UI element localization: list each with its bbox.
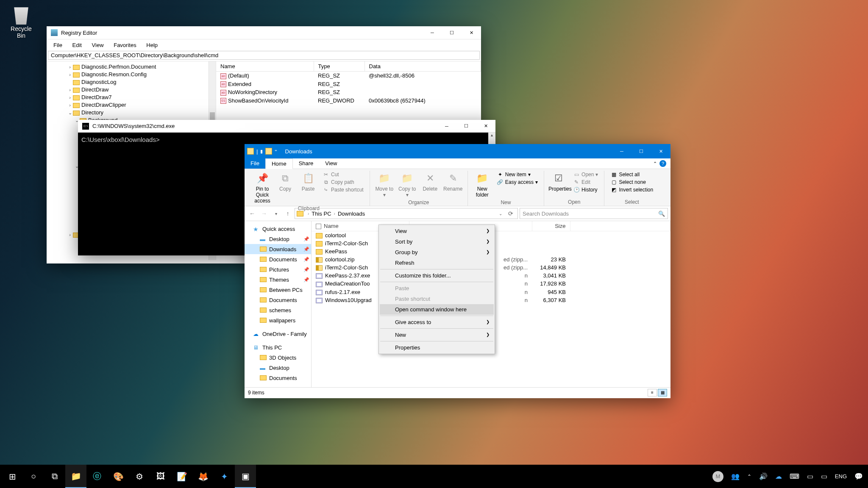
open-button[interactable]: ▭Open ▾ (570, 171, 601, 178)
qat-dropdown-icon[interactable]: ⁼ (275, 149, 277, 154)
app-taskbar-icon[interactable]: ✦ (214, 465, 235, 488)
minimize-button[interactable]: ─ (437, 120, 456, 133)
user-avatar[interactable]: M (709, 465, 727, 488)
rename-button[interactable]: ✎Rename (442, 171, 464, 193)
easyaccess-button[interactable]: 🔗Easy access ▾ (494, 178, 540, 186)
menu-item[interactable]: View❯ (380, 226, 494, 236)
maximize-button[interactable]: ☐ (632, 144, 651, 158)
select-all-checkbox[interactable] (316, 224, 321, 229)
menu-item[interactable]: Sort by❯ (380, 236, 494, 247)
cmd-taskbar-icon[interactable]: ▣ (235, 465, 256, 488)
firefox-taskbar-icon[interactable]: 🦊 (192, 465, 214, 488)
qat-toggle-icon[interactable]: ▮ (260, 149, 263, 154)
paste-button[interactable]: 📋Paste (297, 171, 319, 193)
recycle-bin[interactable]: Recycle Bin (6, 4, 36, 39)
menu-item[interactable]: Properties (380, 342, 494, 353)
view-icons-button[interactable]: ▦ (658, 389, 667, 396)
minimize-button[interactable]: ─ (423, 26, 442, 39)
moveto-button[interactable]: 📁Move to ▾ (373, 171, 395, 199)
ribbon-collapse-icon[interactable]: ⌃ (653, 161, 657, 166)
onedrive-tray-icon[interactable]: ☁ (772, 465, 785, 488)
tab-share[interactable]: Share (293, 158, 320, 169)
back-button[interactable]: ← (247, 208, 257, 219)
edit-button[interactable]: ✎Edit (570, 178, 601, 186)
close-button[interactable]: ✕ (476, 120, 495, 133)
copyto-button[interactable]: 📁Copy to ▾ (396, 171, 418, 199)
col-type[interactable]: Type (314, 61, 364, 72)
col-name[interactable]: Name (216, 61, 314, 72)
breadcrumb-dropdown-icon[interactable]: ⌄ (495, 208, 506, 219)
explorer-taskbar-icon[interactable]: 📁 (65, 465, 86, 488)
menu-item[interactable]: Customize this folder... (380, 270, 494, 281)
tab-home[interactable]: Home (265, 158, 293, 169)
nav-documents[interactable]: Documents📌 (245, 254, 311, 264)
paint-taskbar-icon[interactable]: 🎨 (108, 465, 129, 488)
menu-view[interactable]: View (88, 41, 108, 50)
explorer-titlebar[interactable]: | ▮ ⁼ Downloads ─ ☐ ✕ (245, 144, 670, 158)
taskview-button[interactable]: ⧉ (44, 465, 65, 488)
nav-desktop2[interactable]: ▬Desktop (245, 363, 311, 373)
menu-item[interactable]: Refresh (380, 258, 494, 268)
up-button[interactable]: ↑ (283, 208, 293, 219)
nav-quick-access[interactable]: ★Quick access (245, 224, 311, 234)
close-button[interactable]: ✕ (462, 26, 481, 39)
nav-desktop[interactable]: ▬Desktop📌 (245, 234, 311, 244)
tab-file[interactable]: File (245, 158, 265, 169)
pasteshortcut-button[interactable]: ⤷Paste shortcut (320, 186, 366, 194)
tray-expand-icon[interactable]: ⌃ (744, 465, 755, 488)
newitem-button[interactable]: ✦New item ▾ (494, 171, 540, 178)
value-row[interactable]: abExtendedREG_SZ (216, 80, 481, 89)
menu-file[interactable]: File (49, 41, 67, 50)
language-indicator[interactable]: ENG (832, 465, 850, 488)
history-button[interactable]: 🕑History (570, 186, 601, 194)
copypath-button[interactable]: ⧉Copy path (320, 178, 366, 186)
tree-item[interactable]: ›Diagnostic.Perfmon.Document (47, 63, 216, 71)
view-details-button[interactable]: ≡ (648, 389, 657, 396)
menu-item[interactable]: Give access to❯ (380, 317, 494, 327)
value-row[interactable]: 01ShowBasedOnVelocityIdREG_DWORD0x00639b… (216, 97, 481, 105)
nav-thispc[interactable]: 🖥This PC (245, 342, 311, 352)
search-button[interactable]: ○ (23, 465, 44, 488)
maximize-button[interactable]: ☐ (442, 26, 462, 39)
people-icon[interactable]: 👥 (728, 465, 743, 488)
col-data[interactable]: Data (364, 61, 481, 72)
selectall-button[interactable]: ▦Select all (608, 171, 656, 178)
menu-item[interactable]: Open command window here (380, 304, 494, 315)
breadcrumb[interactable]: › This PC › Downloads ⌄ ⟳ (295, 208, 518, 219)
nav-3dobjects[interactable]: 3D Objects (245, 352, 311, 363)
delete-button[interactable]: ✕Delete (419, 171, 441, 193)
value-row[interactable]: abNoWorkingDirectoryREG_SZ (216, 88, 481, 97)
nav-themes[interactable]: Themes📌 (245, 274, 311, 285)
menu-help[interactable]: Help (142, 41, 162, 50)
nav-pictures[interactable]: Pictures📌 (245, 264, 311, 274)
nav-schemes[interactable]: schemes (245, 305, 311, 315)
col-end[interactable] (570, 221, 670, 231)
start-button[interactable]: ⊞ (2, 465, 23, 488)
copy-button[interactable]: ⧉Copy (274, 171, 296, 193)
tree-item[interactable]: ›DirectDrawClipper (47, 101, 216, 109)
refresh-button[interactable]: ⟳ (506, 208, 516, 219)
cmd-titlebar[interactable]: C:\ C:\WINDOWS\system32\cmd.exe ─ ☐ ✕ (78, 120, 495, 133)
tree-item[interactable]: ⌄Directory (47, 109, 216, 116)
newfolder-button[interactable]: 📁New folder (471, 171, 493, 199)
tree-item[interactable]: ›DirectDraw (47, 86, 216, 94)
forward-button[interactable]: → (259, 208, 269, 219)
nav-between[interactable]: Between PCs (245, 285, 311, 295)
nav-wallpapers[interactable]: wallpapers (245, 315, 311, 325)
invert-button[interactable]: ◩Invert selection (608, 186, 656, 194)
crumb-thispc[interactable]: This PC (312, 211, 331, 217)
maximize-button[interactable]: ☐ (456, 120, 476, 133)
menu-item[interactable]: New❯ (380, 330, 494, 340)
tree-item[interactable]: ›DirectDraw7 (47, 94, 216, 101)
nav-onedrive[interactable]: ☁OneDrive - Family (245, 329, 311, 339)
recent-button[interactable]: ▾ (271, 208, 281, 219)
close-button[interactable]: ✕ (651, 144, 670, 158)
properties-button[interactable]: ☑Properties (548, 171, 570, 193)
menu-item[interactable]: Group by❯ (380, 247, 494, 258)
selectnone-button[interactable]: ▢Select none (608, 178, 656, 186)
help-icon[interactable]: ? (659, 160, 666, 167)
notifications-icon[interactable]: 💬 (851, 465, 866, 488)
nav-documents2[interactable]: Documents (245, 295, 311, 305)
edge-taskbar-icon[interactable]: ⓔ (86, 465, 108, 488)
nav-pane[interactable]: ★Quick access ▬Desktop📌 Downloads📌 Docum… (245, 221, 312, 387)
